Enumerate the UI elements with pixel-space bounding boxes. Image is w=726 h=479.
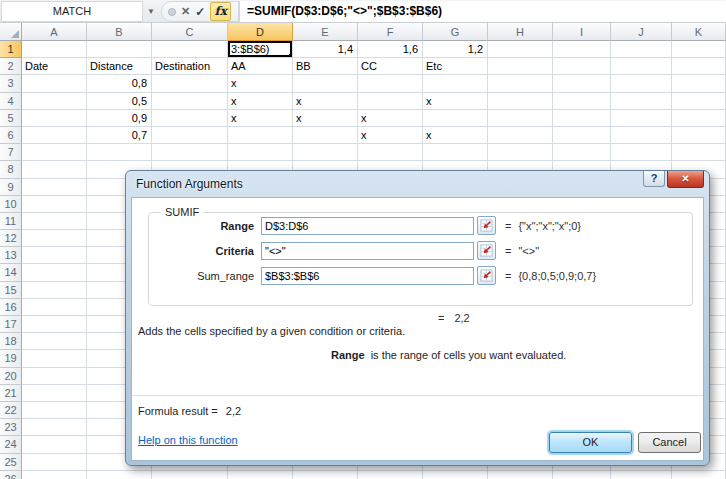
- column-header-H[interactable]: H: [488, 23, 553, 41]
- cell-I1[interactable]: [553, 41, 611, 58]
- cell-H3[interactable]: [488, 75, 553, 92]
- row-header-14[interactable]: 14: [0, 264, 22, 281]
- cell-B6[interactable]: 0,7: [87, 127, 152, 144]
- column-header-B[interactable]: B: [87, 23, 152, 41]
- column-header-G[interactable]: G: [423, 23, 488, 41]
- cell-F6[interactable]: x: [358, 127, 423, 144]
- row-header-12[interactable]: 12: [0, 230, 22, 247]
- cell-E7[interactable]: [293, 144, 358, 161]
- cell-K26[interactable]: [672, 471, 726, 479]
- cell-J3[interactable]: [611, 75, 672, 92]
- row-header-10[interactable]: 10: [0, 196, 22, 213]
- sum-range-input[interactable]: [261, 267, 474, 285]
- cell-A18[interactable]: [22, 333, 87, 350]
- cell-B7[interactable]: [87, 144, 152, 161]
- cell-F2[interactable]: CC: [358, 58, 423, 75]
- row-header-15[interactable]: 15: [0, 282, 22, 299]
- cell-A12[interactable]: [22, 230, 87, 247]
- cell-C5[interactable]: [152, 110, 228, 127]
- column-header-J[interactable]: J: [611, 23, 672, 41]
- cell-C7[interactable]: [152, 144, 228, 161]
- cell-A16[interactable]: [22, 299, 87, 316]
- cell-E1[interactable]: 1,4: [293, 41, 358, 58]
- cell-A5[interactable]: [22, 110, 87, 127]
- cell-H2[interactable]: [488, 58, 553, 75]
- cell-B26[interactable]: [87, 471, 152, 479]
- cell-D7[interactable]: [228, 144, 293, 161]
- row-header-21[interactable]: 21: [0, 385, 22, 402]
- range-input[interactable]: [261, 217, 474, 235]
- cell-D26[interactable]: [228, 471, 293, 479]
- cell-F7[interactable]: [358, 144, 423, 161]
- column-header-I[interactable]: I: [553, 23, 611, 41]
- cell-A26[interactable]: [22, 471, 87, 479]
- row-header-20[interactable]: 20: [0, 368, 22, 385]
- cell-K2[interactable]: [672, 58, 726, 75]
- column-header-K[interactable]: K: [672, 23, 726, 41]
- row-header-4[interactable]: 4: [0, 93, 22, 110]
- cell-A8[interactable]: [22, 161, 87, 178]
- cell-E6[interactable]: [293, 127, 358, 144]
- row-header-19[interactable]: 19: [0, 350, 22, 367]
- row-header-24[interactable]: 24: [0, 436, 22, 453]
- cell-K5[interactable]: [672, 110, 726, 127]
- cell-F1[interactable]: 1,6: [358, 41, 423, 58]
- cell-B1[interactable]: [87, 41, 152, 58]
- cell-A9[interactable]: [22, 179, 87, 196]
- cell-I2[interactable]: [553, 58, 611, 75]
- cell-H4[interactable]: [488, 93, 553, 110]
- range-selector-icon[interactable]: [477, 216, 496, 235]
- row-header-3[interactable]: 3: [0, 75, 22, 92]
- cell-C1[interactable]: [152, 41, 228, 58]
- cell-I4[interactable]: [553, 93, 611, 110]
- cell-A6[interactable]: [22, 127, 87, 144]
- cell-I26[interactable]: [553, 471, 611, 479]
- cell-I3[interactable]: [553, 75, 611, 92]
- cell-G6[interactable]: x: [423, 127, 488, 144]
- cell-J7[interactable]: [611, 144, 672, 161]
- cell-J5[interactable]: [611, 110, 672, 127]
- row-header-16[interactable]: 16: [0, 299, 22, 316]
- cell-A22[interactable]: [22, 402, 87, 419]
- cell-A7[interactable]: [22, 144, 87, 161]
- cell-A25[interactable]: [22, 454, 87, 471]
- cell-C26[interactable]: [152, 471, 228, 479]
- column-header-D[interactable]: D: [228, 23, 293, 41]
- cell-A20[interactable]: [22, 368, 87, 385]
- cell-H1[interactable]: [488, 41, 553, 58]
- dialog-close-icon[interactable]: ✕: [667, 171, 704, 188]
- cell-D6[interactable]: [228, 127, 293, 144]
- row-header-18[interactable]: 18: [0, 333, 22, 350]
- cell-E26[interactable]: [293, 471, 358, 479]
- cell-A13[interactable]: [22, 247, 87, 264]
- cell-G1[interactable]: 1,2: [423, 41, 488, 58]
- cell-D1[interactable]: 3:$B$6): [228, 41, 293, 58]
- dialog-help-button[interactable]: ?: [643, 171, 665, 187]
- cell-B4[interactable]: 0,5: [87, 93, 152, 110]
- row-header-6[interactable]: 6: [0, 127, 22, 144]
- ok-button[interactable]: OK: [549, 432, 632, 453]
- cell-A1[interactable]: [22, 41, 87, 58]
- row-header-22[interactable]: 22: [0, 402, 22, 419]
- cell-K1[interactable]: [672, 41, 726, 58]
- cell-J2[interactable]: [611, 58, 672, 75]
- cell-A2[interactable]: Date: [22, 58, 87, 75]
- cell-D3[interactable]: x: [228, 75, 293, 92]
- row-header-26[interactable]: 26: [0, 471, 22, 479]
- cell-A10[interactable]: [22, 196, 87, 213]
- cell-C4[interactable]: [152, 93, 228, 110]
- criteria-selector-icon[interactable]: [477, 241, 496, 260]
- cell-F3[interactable]: [358, 75, 423, 92]
- cell-K7[interactable]: [672, 144, 726, 161]
- insert-function-button[interactable]: fx: [210, 2, 231, 21]
- cell-C2[interactable]: Destination: [152, 58, 228, 75]
- cell-A11[interactable]: [22, 213, 87, 230]
- cell-H5[interactable]: [488, 110, 553, 127]
- cell-A23[interactable]: [22, 419, 87, 436]
- cell-A24[interactable]: [22, 436, 87, 453]
- cell-A21[interactable]: [22, 385, 87, 402]
- cell-J4[interactable]: [611, 93, 672, 110]
- row-header-13[interactable]: 13: [0, 247, 22, 264]
- cell-D5[interactable]: x: [228, 110, 293, 127]
- cell-F26[interactable]: [358, 471, 423, 479]
